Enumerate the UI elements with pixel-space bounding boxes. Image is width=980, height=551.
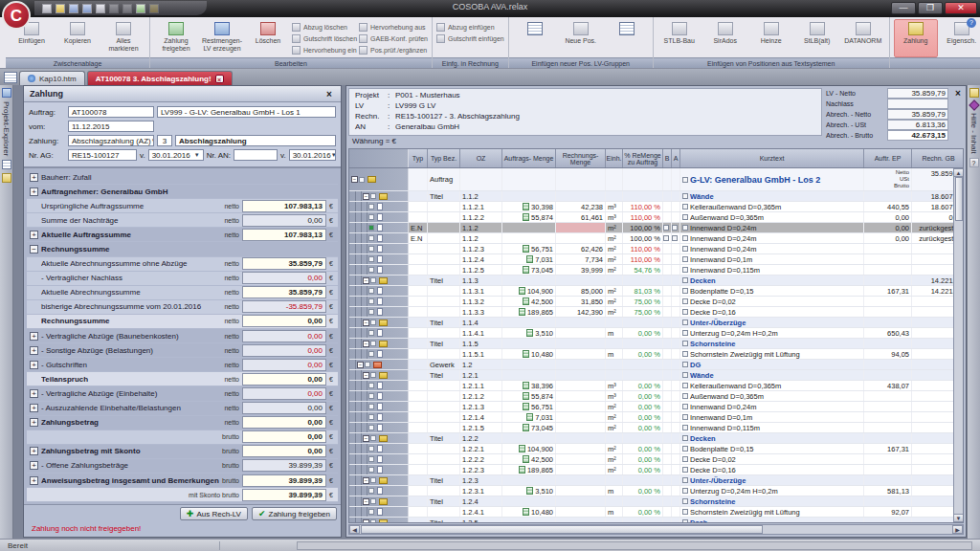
expander-icon[interactable]: − bbox=[363, 193, 369, 200]
row-checkbox[interactable] bbox=[368, 330, 374, 336]
row-checkbox[interactable] bbox=[365, 362, 370, 367]
dock-table-icon[interactable] bbox=[2, 160, 11, 169]
table-row[interactable]: 1.2.3.13,510m0,00 %Unterzug D=0,24m H=0,… bbox=[349, 486, 963, 496]
help-question-icon[interactable]: ? bbox=[969, 158, 979, 167]
expander-icon[interactable]: + bbox=[30, 476, 38, 485]
ribbon-button-STLB-Bau[interactable]: STLB-Bau bbox=[657, 19, 702, 57]
tree-cell[interactable] bbox=[349, 381, 409, 390]
row-checkbox[interactable] bbox=[368, 456, 374, 462]
auftrag-field[interactable]: AT100078 bbox=[68, 106, 154, 118]
table-row[interactable]: −Titel1.1.5Schornsteine bbox=[349, 339, 963, 349]
Zahlung freigeben-button[interactable]: ✔Zahlung freigeben bbox=[252, 507, 337, 520]
expander-icon[interactable]: + bbox=[30, 173, 38, 182]
tree-cell[interactable] bbox=[349, 349, 409, 359]
row-checkbox[interactable] bbox=[368, 425, 374, 430]
zahlung-close-icon[interactable]: × bbox=[323, 89, 335, 99]
tree-cell[interactable] bbox=[349, 202, 409, 211]
vom-field[interactable]: 11.12.2015 bbox=[68, 121, 154, 132]
favorites-icon[interactable] bbox=[969, 88, 979, 98]
b-checkbox[interactable] bbox=[663, 235, 669, 241]
tree-cell[interactable] bbox=[349, 254, 409, 264]
expander-icon[interactable]: + bbox=[30, 361, 38, 369]
table-row[interactable]: E.N1.1.2m²100,00 %Innenwand D=0,24m0,00z… bbox=[349, 223, 963, 233]
tree-cell[interactable] bbox=[349, 212, 409, 222]
help-icon[interactable]: ? bbox=[967, 18, 976, 28]
kurztext-checkbox[interactable] bbox=[682, 383, 688, 388]
kurztext-checkbox[interactable] bbox=[682, 225, 688, 231]
kurztext-checkbox[interactable] bbox=[682, 456, 688, 462]
row-checkbox[interactable] bbox=[368, 235, 374, 241]
row-checkbox[interactable] bbox=[368, 509, 374, 515]
row-checkbox[interactable] bbox=[368, 467, 374, 473]
table-vertical-scrollbar[interactable]: ▲ ▼ bbox=[953, 168, 963, 522]
expander-icon[interactable]: − bbox=[357, 362, 364, 368]
table-row[interactable]: 1.2.2.242,500m²0,00 %Decke D=0,02 bbox=[349, 454, 963, 465]
table-row[interactable]: −Titel1.2.3Unter-/Überzüge bbox=[349, 475, 963, 486]
kurztext-checkbox[interactable] bbox=[682, 214, 688, 220]
sum-row[interactable]: +Zahlungsbetragnetto0,00€ bbox=[27, 416, 338, 430]
tree-cell[interactable]: − bbox=[349, 496, 409, 506]
table-row[interactable]: 1.2.1.356,751m²0,00 %Innenwand D=0,24m bbox=[349, 402, 963, 412]
ribbon-button-Alles markieren[interactable]: Alles markieren bbox=[101, 19, 145, 57]
table-row[interactable]: −Gewerk1.2DG bbox=[349, 360, 963, 370]
tree-cell[interactable]: − bbox=[349, 168, 409, 190]
nr-an-field[interactable] bbox=[234, 149, 278, 161]
ribbon-button-Heinze[interactable]: Heinze bbox=[749, 19, 793, 57]
table-row[interactable]: 1.1.3.242,50031,850m²75,00 %Decke D=0,02 bbox=[349, 297, 963, 307]
tree-cell[interactable]: − bbox=[349, 518, 409, 523]
kurztext-checkbox[interactable] bbox=[682, 309, 688, 315]
kurztext-checkbox[interactable] bbox=[682, 298, 688, 304]
scroll-down-icon[interactable]: ▼ bbox=[953, 514, 964, 522]
sum-row[interactable]: Aktuelle Abrechnungssumme ohne Abzügenet… bbox=[27, 257, 338, 272]
ribbon-button-DATANORM[interactable]: DATANORM bbox=[841, 19, 885, 57]
tree-cell[interactable] bbox=[349, 297, 409, 306]
dock-catalog-icon[interactable] bbox=[2, 173, 11, 183]
scroll-up-icon[interactable]: ▲ bbox=[953, 168, 964, 177]
row-checkbox[interactable] bbox=[368, 414, 374, 420]
ribbon-button-Zahlung[interactable]: Zahlung bbox=[894, 19, 938, 57]
tree-cell[interactable]: − bbox=[349, 318, 409, 327]
scroll-left-icon[interactable]: ◀ bbox=[349, 525, 360, 534]
kurztext-checkbox[interactable] bbox=[682, 246, 688, 252]
row-checkbox[interactable] bbox=[368, 204, 374, 209]
row-checkbox[interactable] bbox=[368, 267, 374, 273]
kurztext-checkbox[interactable] bbox=[682, 362, 688, 367]
tree-cell[interactable]: − bbox=[349, 433, 409, 443]
expander-icon[interactable]: + bbox=[30, 461, 38, 470]
table-row[interactable]: 1.1.3.1104,90085,000m²81,03 %Bodenplatte… bbox=[349, 286, 963, 297]
expander-icon[interactable]: − bbox=[30, 245, 38, 253]
maximize-button[interactable]: ❐ bbox=[918, 2, 943, 14]
b-checkbox[interactable] bbox=[663, 225, 669, 231]
row-checkbox[interactable] bbox=[370, 519, 376, 523]
row-checkbox[interactable] bbox=[368, 288, 374, 294]
zahlungsart-select[interactable]: Abschlagszahlung (AZ)▼ bbox=[68, 135, 154, 146]
sum-row[interactable]: +Bauherr: Zufall bbox=[27, 170, 338, 185]
zahlung-nr-field[interactable]: 3 bbox=[157, 135, 172, 146]
expander-icon[interactable]: − bbox=[363, 320, 369, 326]
ribbon-button-icon[interactable] bbox=[513, 19, 557, 57]
document-tab[interactable]: AT100078 3. Abschlagszahlung!× bbox=[87, 71, 233, 85]
tree-cell[interactable]: − bbox=[349, 339, 409, 348]
tree-cell[interactable] bbox=[349, 412, 409, 422]
table-row[interactable]: 1.2.4.110,480m0,00 %Schornstein Zweizügi… bbox=[349, 507, 963, 518]
table-row[interactable]: 1.1.2.130,39842,238m³110,00 %Kelleraußen… bbox=[349, 202, 963, 212]
sum-row[interactable]: +Zahlungsbetrag mit Skontobrutto0,00€ bbox=[27, 445, 338, 459]
tree-cell[interactable]: − bbox=[349, 370, 409, 380]
expander-icon[interactable]: − bbox=[351, 176, 358, 183]
close-button[interactable]: ✕ bbox=[945, 2, 977, 14]
datum-ag-select[interactable]: 30.01.2016▼ bbox=[148, 149, 204, 161]
ribbon-button-Abzug löschen[interactable]: Abzug löschen bbox=[292, 22, 357, 33]
table-row[interactable]: 1.1.2.255,87461,461m³110,00 %Außenwand D… bbox=[349, 212, 963, 223]
row-checkbox[interactable] bbox=[370, 498, 376, 504]
sum-row[interactable]: Aktuelle Abrechnungssummenetto35.859,79€ bbox=[27, 286, 338, 300]
ribbon-button-Abzug einfügen[interactable]: Abzug einfügen bbox=[436, 22, 504, 33]
ribbon-button-Hervorhebung ein[interactable]: Hervorhebung ein bbox=[292, 45, 357, 55]
sum-row[interactable]: +Auftragnehmer: Generalbau GmbH bbox=[27, 185, 338, 199]
sum-row[interactable]: +- Vertragliche Abzüge (Baunebenkosten)n… bbox=[27, 329, 338, 343]
kurztext-checkbox[interactable] bbox=[682, 267, 688, 273]
row-checkbox[interactable] bbox=[368, 256, 374, 262]
ribbon-button-Neue Pos.[interactable]: Neue Pos. bbox=[559, 19, 603, 57]
project-explorer-icon[interactable] bbox=[2, 88, 11, 98]
ribbon-button-GAEB-Konf. prüfen[interactable]: GAEB-Konf. prüfen bbox=[359, 33, 428, 44]
document-tab[interactable]: Kap10.htm bbox=[19, 71, 85, 85]
